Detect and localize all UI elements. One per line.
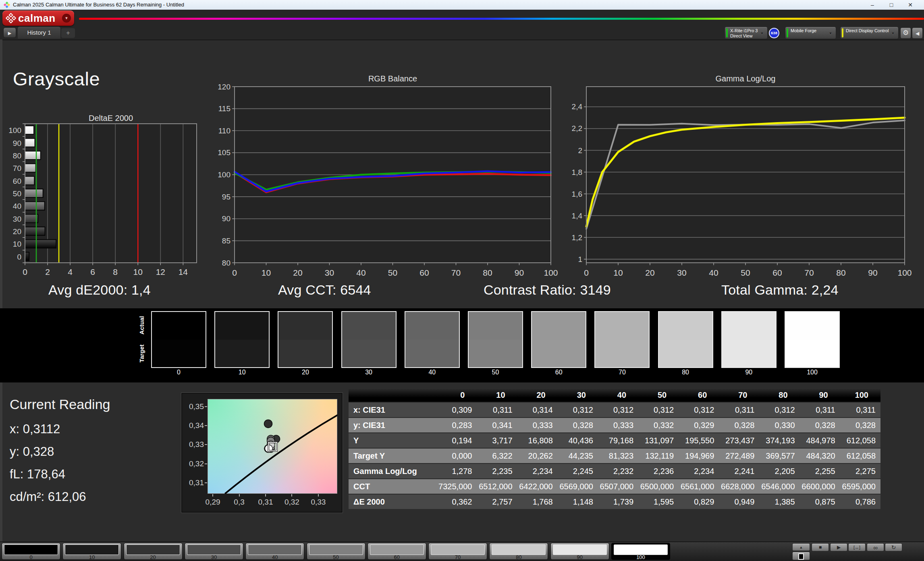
pattern-bar: 0102030405060708090100 ▲ ■ ▶ [↔] ∞ ↻ « B… xyxy=(0,542,924,561)
pattern-patch-button-0[interactable]: 0 xyxy=(2,543,60,560)
table-cell: 6,322 xyxy=(477,448,517,463)
pattern-patch-button-80[interactable]: 80 xyxy=(489,543,548,560)
fit-width-icon[interactable]: [↔] xyxy=(848,543,866,551)
pattern-patch-button-60[interactable]: 60 xyxy=(368,543,426,560)
cie-scatter-overlay xyxy=(208,399,337,494)
table-cell: 1,739 xyxy=(598,494,638,509)
maximize-icon[interactable]: □ xyxy=(885,0,898,10)
table-row: Gamma Log/Log1,2782,2352,2342,2452,2322,… xyxy=(349,463,880,479)
calman-logo-menu[interactable]: calman ▼ xyxy=(2,10,74,26)
cie-y-tick xyxy=(205,444,207,445)
swatch-level-label: 30 xyxy=(341,369,397,376)
total-gamma-value: Total Gamma: 2,24 xyxy=(721,282,839,298)
table-cell: 194,969 xyxy=(679,448,719,463)
pattern-patch-button-100[interactable]: 100 xyxy=(611,543,670,560)
swatch-actual-half xyxy=(342,312,396,340)
stop-icon[interactable]: ■ xyxy=(812,543,829,551)
pattern-patch-button-70[interactable]: 70 xyxy=(428,543,487,560)
pattern-patch-button-90[interactable]: 90 xyxy=(550,543,609,560)
calman-window: Calman 2025 Calman Ultimate for Business… xyxy=(0,0,924,561)
svg-text:2: 2 xyxy=(578,146,582,155)
meter-status-bar xyxy=(842,28,843,37)
patch-label: 20 xyxy=(124,554,182,560)
cie-x-tick-label: 0,3 xyxy=(226,498,252,507)
svg-text:60: 60 xyxy=(419,268,429,277)
history-play-button[interactable]: ▶ xyxy=(3,27,16,38)
cie-x-tick-label: 0,32 xyxy=(279,498,305,507)
close-icon[interactable]: ✕ xyxy=(903,0,917,10)
table-cell: 612,058 xyxy=(840,433,880,448)
cie-y-tick-label: 0,31 xyxy=(185,478,204,487)
meter-dropdown-display-control[interactable]: Direct Display Control ▼ xyxy=(840,27,899,39)
loop-icon[interactable]: ↻ xyxy=(885,543,902,551)
swatch-target-half xyxy=(215,340,269,368)
pattern-patch-button-40[interactable]: 40 xyxy=(245,543,304,560)
meter-badge[interactable]: 638 xyxy=(769,28,779,38)
meter-dropdown-mobile-forge[interactable]: Mobile Forge ▼ xyxy=(785,27,836,39)
svg-text:95: 95 xyxy=(222,193,230,201)
table-cell: 0,329 xyxy=(679,418,719,433)
table-cell: 0,311 xyxy=(840,402,880,418)
add-tab-button[interactable]: + xyxy=(61,28,75,38)
pattern-window-button[interactable] xyxy=(792,552,810,560)
swatch-target-half xyxy=(659,340,712,368)
grayscale-swatch-100 xyxy=(785,311,840,368)
svg-text:50: 50 xyxy=(388,268,397,277)
pattern-patch-button-10[interactable]: 10 xyxy=(62,543,121,560)
svg-text:50: 50 xyxy=(13,189,21,198)
reading-cdm2: cd/m²: 612,06 xyxy=(10,486,110,508)
table-cell: 1,768 xyxy=(517,494,558,509)
page-title: Grayscale xyxy=(13,68,100,90)
table-cell: 2,234 xyxy=(679,463,719,479)
cie-x-tick xyxy=(265,494,266,497)
table-cell: 20,262 xyxy=(517,448,558,463)
play-icon[interactable]: ▶ xyxy=(830,543,847,551)
minimize-icon[interactable]: – xyxy=(866,0,879,10)
swatch-level-label: 10 xyxy=(214,369,270,376)
logo-dropdown-icon[interactable]: ▼ xyxy=(62,14,71,23)
swatch-actual-half xyxy=(785,312,839,340)
patch-swatch xyxy=(126,544,180,555)
table-cell: 2,234 xyxy=(517,463,558,479)
continuous-measure-icon[interactable]: ∞ xyxy=(867,543,884,551)
collapse-panel-icon[interactable]: ◀ xyxy=(912,27,923,39)
svg-text:70: 70 xyxy=(13,164,21,172)
cie-y-tick xyxy=(205,406,207,407)
grayscale-swatch-80 xyxy=(658,311,713,368)
svg-text:80: 80 xyxy=(13,152,21,160)
grayscale-swatch-0 xyxy=(151,311,206,368)
pattern-patch-button-30[interactable]: 30 xyxy=(185,543,243,560)
svg-text:12: 12 xyxy=(156,267,165,276)
table-cell: 1,595 xyxy=(638,494,679,509)
contrast-ratio-value: Contrast Ratio: 3149 xyxy=(484,282,611,298)
meter-dropdown-xrite[interactable]: X-Rite i1Pro 3 Direct View ▼ xyxy=(725,27,768,39)
tab-history-1[interactable]: History 1 xyxy=(18,27,60,39)
swatch-actual-half xyxy=(722,312,776,340)
table-row: y: CIE310,2830,3410,3330,3280,3330,3320,… xyxy=(349,418,880,433)
grayscale-swatch-90 xyxy=(721,311,777,368)
grayscale-swatch-strip: Actual Target 0102030405060708090100 xyxy=(0,308,924,382)
table-cell: 6561,000 xyxy=(679,479,719,494)
table-cell: 0,311 xyxy=(477,402,517,418)
svg-text:8: 8 xyxy=(113,267,118,276)
svg-text:100: 100 xyxy=(544,268,558,277)
pattern-window-up-icon[interactable]: ▲ xyxy=(792,543,810,551)
pattern-patch-button-20[interactable]: 20 xyxy=(124,543,183,560)
svg-text:2,4: 2,4 xyxy=(572,102,583,111)
svg-text:10: 10 xyxy=(13,240,21,248)
patch-label: 0 xyxy=(2,554,60,560)
settings-gear-icon[interactable]: ⚙ xyxy=(900,27,911,39)
chevron-down-icon: ▼ xyxy=(759,31,765,36)
avg-cct-value: Avg CCT: 6544 xyxy=(278,282,371,298)
swatch-level-label: 40 xyxy=(405,369,460,376)
table-cell: 2,235 xyxy=(477,463,517,479)
swatch-level-label: 80 xyxy=(658,369,713,376)
pattern-patch-button-50[interactable]: 50 xyxy=(307,543,365,560)
swatch-level-label: 0 xyxy=(151,369,206,376)
table-cell: 0,333 xyxy=(598,418,638,433)
table-cell: 1,385 xyxy=(759,494,799,509)
swatch-level-label: 100 xyxy=(785,369,840,376)
table-row-label: CCT xyxy=(349,479,436,494)
cie-x-tick xyxy=(212,494,213,497)
table-cell: 195,550 xyxy=(679,433,719,448)
